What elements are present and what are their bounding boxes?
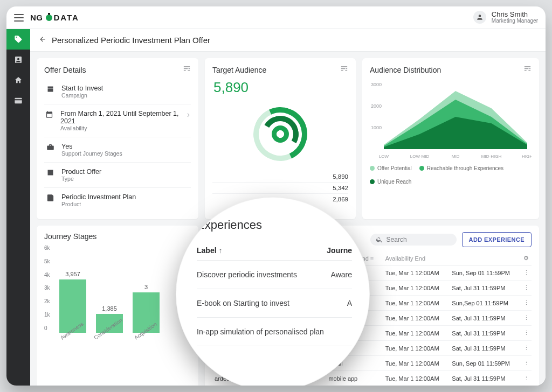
bar-col: 1,385 Consideration [96, 314, 123, 342]
sidebar-item-payments[interactable] [6, 90, 30, 111]
target-audience-card: Target Audience 5,890 5,8905,3422,869 [205, 58, 356, 219]
lens-title: Experiences [197, 218, 352, 232]
sidebar-item-home[interactable] [6, 70, 30, 90]
zoom-lens: Experiences Label ↑ Journe Discover peri… [176, 197, 370, 386]
home-icon [14, 76, 23, 85]
row-menu-icon[interactable]: ⋮ [521, 371, 532, 386]
row-menu-icon[interactable]: ⋮ [521, 326, 532, 341]
svg-text:LOW-MID: LOW-MID [410, 154, 430, 159]
offer-detail-row: Product OfferType [44, 162, 191, 187]
svg-text:1000: 1000 [371, 125, 382, 130]
table-header[interactable]: Availability End [383, 251, 450, 265]
row-menu-icon[interactable]: ⋮ [521, 356, 532, 371]
target-audience-metric: 5,890 [213, 79, 348, 96]
ta-value-row: 5,342 [212, 182, 348, 193]
row-menu-icon[interactable]: ⋮ [521, 311, 532, 326]
brand-data: DATA [54, 13, 79, 22]
tag-icon [14, 35, 23, 44]
detail-icon [45, 194, 55, 202]
tune-icon[interactable] [523, 65, 532, 75]
bar-col: 3 Acquisition [133, 292, 160, 342]
lens-row[interactable]: E-book on Starting to investA [197, 289, 352, 318]
svg-text:3000: 3000 [371, 82, 382, 87]
journey-stages-card: Journey Stages 6k5k4k3k2k1k0 3,957 Aware… [37, 226, 198, 386]
person-icon [476, 13, 484, 21]
search-placeholder: Search [387, 236, 407, 243]
tune-icon[interactable] [183, 65, 191, 75]
user-block[interactable]: Chris Smith Marketing Manager [492, 11, 538, 24]
detail-icon [45, 85, 55, 93]
lens-col-label: Label [197, 246, 217, 255]
row-menu-icon[interactable]: ⋮ [521, 341, 532, 356]
sidebar-item-offers[interactable] [6, 29, 30, 50]
offer-details-card: Offer Details Start to InvestCampaign Fr… [37, 58, 198, 219]
sidebar [6, 29, 30, 386]
legend-item: Unique Reach [370, 179, 411, 185]
user-role: Marketing Manager [492, 18, 538, 24]
table-header[interactable] [450, 251, 521, 265]
brand-ng: NG [30, 13, 43, 22]
detail-icon [45, 169, 55, 177]
page-title: Personalized Periodic Investment Plan Of… [52, 36, 210, 45]
area-chart: 100020003000LOWLOW-MIDMIDMID-HIGHHIGH [370, 79, 532, 160]
offer-detail-row: Periodic Investment PlanProduct [44, 187, 191, 213]
row-menu-icon[interactable]: ⋮ [521, 281, 532, 296]
bar-col: 3,957 Awareness [59, 279, 86, 342]
audience-distribution-card: Audience Distribution 100020003000LOWLOW… [362, 58, 539, 219]
back-icon[interactable] [39, 36, 46, 45]
row-menu-icon[interactable]: ⋮ [521, 296, 532, 311]
app-frame: NG DATA Chris Smith Marketing Manager [6, 6, 546, 386]
offer-detail-row[interactable]: From March 1, 2021 Until September 1, 20… [44, 104, 191, 137]
chevron-right-icon: › [187, 110, 190, 120]
card-icon [14, 96, 23, 105]
detail-icon [45, 110, 54, 118]
donut-chart [212, 99, 348, 169]
ta-value-row: 5,890 [212, 171, 348, 182]
journey-bar-chart: 6k5k4k3k2k1k0 3,957 Awareness 1,385 Cons… [44, 245, 191, 342]
lens-row[interactable]: In-app simulation of personalised plan [197, 318, 352, 346]
search-input[interactable]: Search [370, 234, 457, 246]
svg-text:LOW: LOW [379, 154, 389, 159]
brand-dot-icon [46, 15, 52, 21]
legend-item: Offer Potential [370, 165, 412, 171]
svg-text:2000: 2000 [371, 103, 382, 109]
journey-stages-title: Journey Stages [44, 232, 96, 241]
target-audience-title: Target Audience [212, 66, 266, 74]
svg-text:HIGH: HIGH [522, 154, 532, 159]
detail-icon [45, 143, 55, 151]
topbar: NG DATA Chris Smith Marketing Manager [6, 6, 546, 29]
avatar[interactable] [473, 11, 486, 24]
sidebar-item-contacts[interactable] [6, 50, 30, 70]
audience-distribution-title: Audience Distribution [370, 66, 441, 74]
page-header: Personalized Periodic Investment Plan Of… [30, 29, 546, 52]
offer-detail-row: YesSupport Journey Stages [44, 137, 191, 162]
user-name: Chris Smith [492, 11, 538, 18]
brand-logo: NG DATA [30, 13, 79, 22]
hamburger-icon[interactable] [14, 14, 24, 22]
legend-item: Reachable through Experiences [419, 165, 503, 171]
svg-text:MID: MID [452, 154, 460, 159]
svg-text:MID-HIGH: MID-HIGH [481, 154, 502, 159]
row-menu-icon[interactable]: ⋮ [521, 265, 532, 281]
offer-detail-row: Start to InvestCampaign [44, 79, 191, 104]
contact-icon [14, 55, 23, 64]
lens-row[interactable]: Discover periodic investmentsAware [197, 261, 352, 289]
offer-details-title: Offer Details [44, 66, 86, 74]
search-icon [376, 236, 383, 243]
add-experience-button[interactable]: ADD EXPERIENCE [462, 232, 532, 247]
tune-icon[interactable] [340, 65, 348, 75]
lens-col-journey: Journe [327, 246, 352, 255]
settings-icon[interactable]: ⚙ [523, 255, 529, 261]
sort-asc-icon[interactable]: ↑ [218, 246, 222, 255]
